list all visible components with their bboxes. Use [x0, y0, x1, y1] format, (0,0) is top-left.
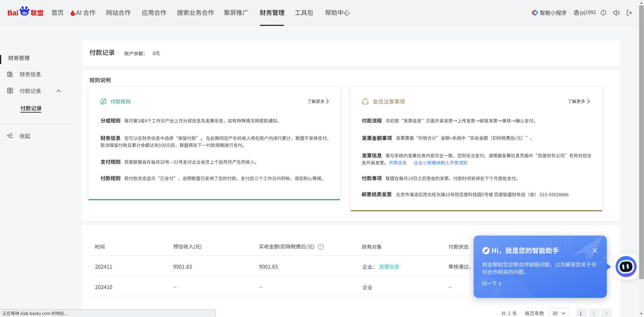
svg-text:Bai: Bai — [7, 9, 18, 17]
svg-text:du: du — [22, 11, 27, 15]
